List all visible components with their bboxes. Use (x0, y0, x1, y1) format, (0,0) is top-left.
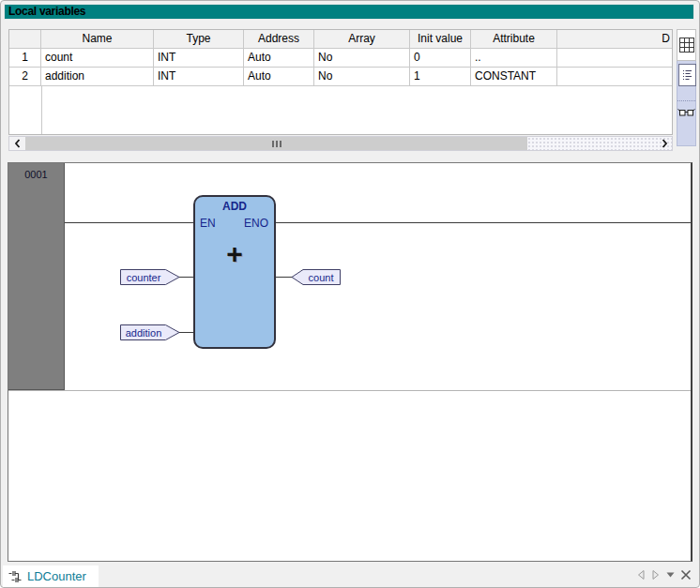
variables-panel-titlebar: Local variables (4, 4, 694, 20)
scrollbar-thumb[interactable] (25, 137, 527, 150)
operand-tag-count[interactable]: count (291, 269, 341, 285)
rail-wire-right (275, 222, 691, 223)
rail-wire-left (65, 222, 193, 223)
thumb-grip (272, 141, 274, 147)
cell-array[interactable]: No (314, 68, 410, 86)
thumb-grip (276, 141, 278, 147)
cell-clipped[interactable] (557, 49, 672, 68)
grid-line (41, 86, 42, 134)
network-1[interactable]: 0001 ADD EN ENO + counter add (8, 163, 691, 391)
cell-type[interactable]: INT (154, 49, 244, 68)
menu-icon[interactable] (666, 572, 675, 578)
network-number-margin[interactable]: 0001 (8, 163, 65, 390)
cell-address[interactable]: Auto (244, 68, 314, 86)
close-icon[interactable] (680, 569, 692, 580)
cell-init-value[interactable]: 0 (410, 49, 471, 68)
header-row-number[interactable] (9, 30, 41, 49)
scroll-right-button[interactable] (656, 137, 672, 150)
en-pin-label: EN (200, 217, 216, 230)
tab-label: LDCounter (27, 569, 86, 583)
tab-navigation (636, 569, 692, 580)
block-title: ADD (195, 200, 274, 213)
header-address[interactable]: Address (244, 30, 314, 49)
thumb-grip (280, 141, 282, 147)
header-type[interactable]: Type (154, 30, 244, 49)
monitor-button[interactable] (677, 106, 695, 119)
row-number-cell[interactable]: 2 (9, 68, 41, 86)
network-number: 0001 (24, 169, 47, 180)
ladder-editor[interactable]: 0001 ADD EN ENO + counter add (8, 162, 692, 562)
toolbar-separator (677, 100, 695, 101)
operand-tag-label: addition (126, 327, 162, 339)
cell-name[interactable]: count (41, 49, 154, 68)
input1-wire (179, 277, 194, 278)
cell-attribute[interactable]: CONSTANT (471, 68, 557, 86)
table-grid-icon (678, 37, 695, 53)
eno-pin-label: ENO (244, 217, 268, 230)
table-view-button[interactable] (677, 29, 696, 61)
cell-clipped[interactable] (557, 68, 672, 86)
scroll-left-button[interactable] (9, 137, 25, 150)
cell-init-value[interactable]: 1 (410, 68, 471, 86)
cell-address[interactable]: Auto (244, 49, 314, 68)
operator-symbol: + (195, 238, 274, 270)
prev-icon[interactable] (636, 569, 646, 580)
ladder-icon (8, 570, 23, 583)
variables-panel-title: Local variables (8, 5, 85, 18)
header-attribute[interactable]: Attribute (471, 30, 557, 49)
operand-tag-counter[interactable]: counter (120, 269, 180, 285)
cell-name[interactable]: addition (41, 68, 154, 86)
header-init-value[interactable]: Init value (410, 30, 471, 49)
operand-tag-label: counter (127, 272, 161, 283)
declaration-view-button[interactable] (678, 64, 696, 86)
cell-array[interactable]: No (314, 49, 410, 68)
header-name[interactable]: Name (41, 30, 154, 49)
header-clipped[interactable]: D (557, 30, 672, 49)
operand-tag-addition[interactable]: addition (120, 324, 180, 340)
glasses-icon (677, 107, 695, 118)
ide-window: Local variables Name Type Address Array … (0, 0, 700, 588)
row-number-cell[interactable]: 1 (9, 49, 41, 68)
cell-attribute[interactable]: .. (471, 49, 557, 68)
add-function-block[interactable]: ADD EN ENO + (193, 195, 276, 349)
scroll-left-icon (14, 139, 22, 148)
table-horizontal-scrollbar[interactable] (8, 136, 673, 151)
scroll-right-icon (661, 139, 668, 148)
input2-wire (179, 332, 194, 333)
header-array[interactable]: Array (314, 30, 410, 49)
monitor-declaration-icon (681, 68, 693, 83)
local-variables-table: Name Type Address Array Init value Attri… (8, 29, 673, 135)
cell-type[interactable]: INT (154, 68, 244, 86)
next-icon[interactable] (651, 569, 661, 580)
operand-tag-label: count (309, 272, 334, 283)
tab-ldcounter[interactable]: LDCounter (3, 565, 99, 588)
